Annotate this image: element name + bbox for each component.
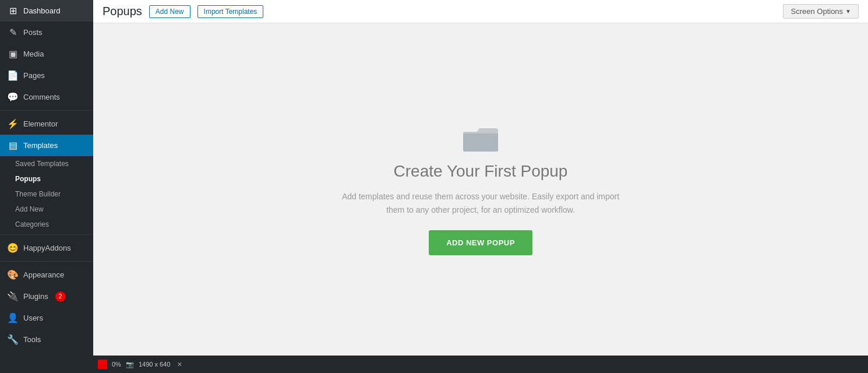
sidebar-item-happyaddons[interactable]: 😊 HappyAddons xyxy=(0,237,93,259)
empty-state-title: Create Your First Popup xyxy=(394,162,568,181)
sidebar-item-saved-templates[interactable]: Saved Templates xyxy=(0,156,93,171)
tools-icon: 🔧 xyxy=(7,334,19,345)
appearance-icon: 🎨 xyxy=(7,269,19,280)
plugins-icon: 🔌 xyxy=(7,291,19,302)
empty-state-description: Add templates and reuse them across your… xyxy=(341,190,620,216)
sidebar-item-users[interactable]: 👤 Users xyxy=(0,307,93,329)
divider-2 xyxy=(0,234,93,235)
dimensions-text: 868 x 373 xyxy=(139,361,170,368)
sidebar-item-add-new[interactable]: Add New xyxy=(0,202,93,217)
add-new-popup-button[interactable]: ADD NEW POPUP xyxy=(429,230,532,255)
posts-icon: ✎ xyxy=(7,27,19,38)
sidebar-item-pages[interactable]: 📄 Pages xyxy=(0,65,93,86)
screen-options-button[interactable]: Screen Options ▼ xyxy=(783,4,859,19)
red-indicator xyxy=(98,360,107,369)
topbar-left: Popups Add New Import Templates xyxy=(103,5,263,18)
divider-1 xyxy=(0,110,93,111)
content-area: Create Your First Popup Add templates an… xyxy=(93,23,868,356)
empty-state: Create Your First Popup Add templates an… xyxy=(341,124,620,255)
svg-rect-1 xyxy=(463,133,498,152)
elementor-icon: ⚡ xyxy=(7,118,19,129)
sidebar-item-plugins[interactable]: 🔌 Plugins 2 xyxy=(0,286,93,307)
topbar: Popups Add New Import Templates Screen O… xyxy=(93,0,868,23)
page-title: Popups xyxy=(103,5,142,18)
sidebar-item-tools[interactable]: 🔧 Tools xyxy=(0,329,93,350)
media-icon: ▣ xyxy=(7,48,19,59)
pages-icon: 📄 xyxy=(7,70,19,81)
folder-icon xyxy=(463,124,498,153)
sidebar: ⊞ Dashboard ✎ Posts ▣ Media 📄 Pages 💬 Co… xyxy=(0,0,93,373)
sidebar-item-dashboard[interactable]: ⊞ Dashboard xyxy=(0,0,93,22)
main-area: Popups Add New Import Templates Screen O… xyxy=(93,0,868,373)
sidebar-item-appearance[interactable]: 🎨 Appearance xyxy=(0,264,93,286)
active-arrow xyxy=(83,143,86,149)
close-icon[interactable]: × xyxy=(177,360,182,369)
add-new-button[interactable]: Add New xyxy=(149,5,190,18)
percent-text: 0% xyxy=(112,361,121,368)
chevron-down-icon: ▼ xyxy=(845,8,851,15)
sidebar-item-theme-builder[interactable]: Theme Builder xyxy=(0,186,93,202)
sidebar-item-elementor[interactable]: ⚡ Elementor xyxy=(0,113,93,135)
sidebar-item-categories[interactable]: Categories xyxy=(0,217,93,232)
dashboard-icon: ⊞ xyxy=(7,5,19,16)
sidebar-item-media[interactable]: ▣ Media xyxy=(0,43,93,65)
import-templates-button[interactable]: Import Templates xyxy=(197,5,264,18)
happyaddons-icon: 😊 xyxy=(7,242,19,254)
sidebar-item-comments[interactable]: 💬 Comments xyxy=(0,86,93,108)
users-icon: 👤 xyxy=(7,312,19,323)
camera-icon: 📷 xyxy=(126,361,134,368)
sidebar-item-popups[interactable]: Popups xyxy=(0,171,93,186)
bottombar: 0% 📷 868 x 373 × xyxy=(93,356,868,373)
divider-3 xyxy=(0,261,93,262)
plugins-badge: 2 xyxy=(55,291,66,302)
sidebar-item-posts[interactable]: ✎ Posts xyxy=(0,22,93,43)
templates-icon: ▤ xyxy=(7,140,19,151)
comments-icon: 💬 xyxy=(7,92,19,103)
sidebar-item-templates[interactable]: ▤ Templates xyxy=(0,135,93,156)
